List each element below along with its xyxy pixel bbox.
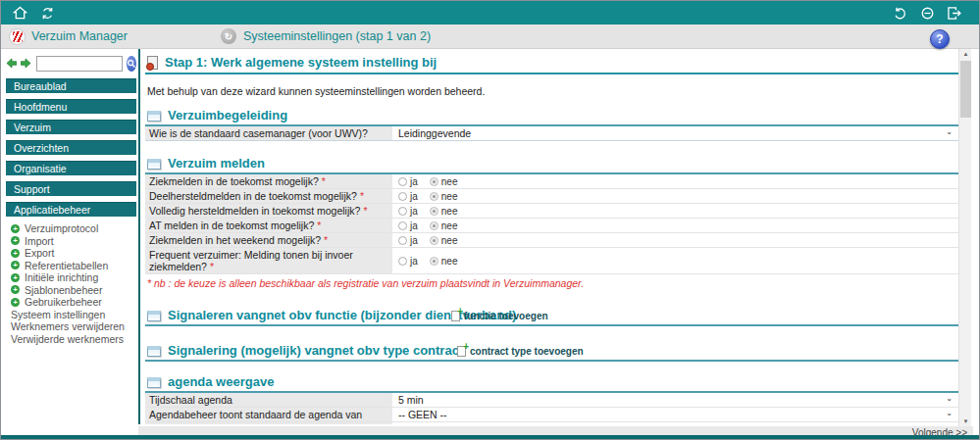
forward-arrow-icon[interactable] [20, 55, 31, 73]
scroll-down-icon[interactable]: ▼ [959, 416, 972, 426]
radio-option-ja[interactable]: ja [398, 176, 418, 187]
radio-icon[interactable] [398, 177, 407, 186]
radio-icon[interactable] [430, 177, 438, 186]
radio-option-nee[interactable]: nee [430, 220, 458, 231]
radio-label: nee [441, 206, 458, 217]
sidebar-item-bureaublad[interactable]: Bureaublad [6, 78, 136, 93]
tijdschaal-select[interactable]: 5 min ⌄ [392, 393, 958, 407]
radio-icon[interactable] [430, 192, 438, 201]
form-row-question: Ziekmelden in de toekomst mogelijk?* ja … [145, 174, 958, 189]
sidebar-nav [6, 53, 135, 74]
radio-option-ja[interactable]: ja [398, 206, 418, 217]
form-row-question: Deelhersteldmelden in de toekomst mogeli… [145, 189, 958, 204]
section-title: Signalering (mogelijk) vangnet obv type … [168, 343, 463, 358]
sub-item-label: Gebruikerbeheer [25, 296, 102, 308]
required-asterisk: * [324, 234, 328, 246]
sidebar-item-referentietabellen[interactable]: +Referentietabellen [1, 260, 138, 272]
sidebar-item-werknemers-verwijderen[interactable]: Werknemers verwijderen [1, 320, 138, 333]
radio-option-ja[interactable]: ja [398, 191, 418, 202]
logout-icon[interactable] [916, 4, 938, 22]
vertical-scrollbar[interactable]: ▲ ▼ [958, 49, 971, 426]
sidebar-item-applicatiebeheer[interactable]: Applicatiebeheer [6, 202, 136, 217]
sidebar-item-support[interactable]: Support [6, 181, 136, 196]
radio-label: nee [441, 256, 458, 267]
radio-group: aan uit [392, 422, 958, 424]
exit-icon[interactable] [944, 4, 965, 22]
radio-icon[interactable] [398, 192, 407, 201]
question-text: Ziekmelden in de toekomst mogelijk? [149, 175, 319, 187]
sidebar-item-import[interactable]: +Import [1, 235, 138, 248]
window-icon [147, 311, 161, 321]
section-header: Verzuimbegeleiding [145, 108, 958, 126]
page-title-group: ↻ Systeeminstellingen (stap 1 van 2) [221, 28, 431, 44]
radio-label: ja [410, 191, 418, 202]
radio-option-nee[interactable]: nee [430, 206, 458, 217]
chevron-down-icon[interactable]: ⌄ [946, 127, 953, 136]
plus-circle-icon: + [11, 285, 20, 294]
sidebar-item-overzichten[interactable]: Overzichten [6, 140, 136, 155]
radio-icon[interactable] [398, 207, 407, 216]
sidebar-item-hoofdmenu[interactable]: Hoofdmenu [6, 99, 136, 114]
scrollbar-thumb[interactable] [960, 61, 971, 118]
radio-option-ja[interactable]: ja [398, 256, 418, 267]
question-text: Ziekmelden in het weekend mogelijk? [149, 234, 321, 246]
add-functie-link[interactable]: functie toevoegen [451, 311, 548, 321]
required-asterisk: * [322, 175, 326, 187]
help-button[interactable]: ? [930, 29, 950, 49]
radio-option-aan[interactable]: aan [398, 424, 427, 425]
sidebar-item-verzuimprotocol[interactable]: +Verzuimprotocol [1, 222, 138, 235]
sidebar-item-gebruikerbeheer[interactable]: +Gebruikerbeheer [1, 296, 138, 309]
radio-option-nee[interactable]: nee [430, 191, 458, 202]
required-asterisk: * [363, 205, 367, 217]
radio-icon[interactable] [398, 236, 407, 245]
bottom-accent-bar [1, 435, 979, 439]
section-signalering-contract: Signalering (mogelijk) vangnet obv type … [145, 343, 958, 362]
plus-circle-icon: + [11, 273, 20, 282]
radio-option-ja[interactable]: ja [398, 220, 418, 231]
radio-option-nee[interactable]: nee [430, 176, 458, 187]
radio-option-uit[interactable]: uit [438, 424, 461, 425]
radio-icon[interactable] [430, 221, 438, 230]
sidebar-item-verzuim[interactable]: Verzuim [6, 120, 136, 134]
sidebar-item-export[interactable]: +Export [1, 247, 138, 260]
section-signaleren-functie: Signaleren vangnet obv functie (bijzonde… [145, 308, 958, 326]
section-agenda-weergave: agenda weergave Tijdschaal agenda 5 min … [145, 374, 958, 424]
sidebar-item-initiele-inrichting[interactable]: +Initiële inrichting [1, 271, 138, 284]
row-label: Ziekmelden in het weekend mogelijk?* [145, 233, 392, 247]
sidebar-item-sjablonenbeheer[interactable]: +Sjablonenbeheer [1, 284, 138, 297]
sidebar-item-organisatie[interactable]: Organisatie [6, 161, 136, 175]
chevron-down-icon[interactable]: ⌄ [946, 394, 953, 403]
agendabeheer-select[interactable]: -- GEEN -- ⌄ [392, 408, 958, 421]
search-input[interactable] [36, 56, 123, 72]
undo-icon[interactable] [889, 4, 910, 22]
radio-option-ja[interactable]: ja [398, 235, 418, 246]
form-row-question: Frequent verzuimer: Melding tonen bij in… [145, 248, 958, 274]
radio-icon[interactable] [430, 236, 438, 245]
sub-item-label: Export [25, 247, 54, 259]
radio-option-nee[interactable]: nee [430, 235, 458, 246]
radio-icon[interactable] [398, 257, 407, 266]
sidebar-item-systeem-instellingen[interactable]: Systeem instellingen [1, 309, 138, 321]
back-arrow-icon[interactable] [6, 55, 18, 73]
plus-circle-icon: + [11, 236, 20, 245]
section-header: Signaleren vangnet obv functie (bijzonde… [145, 308, 958, 326]
radio-option-nee[interactable]: nee [430, 256, 458, 267]
home-icon[interactable] [9, 4, 30, 22]
window-icon [147, 159, 161, 170]
scroll-up-icon[interactable]: ▲ [959, 49, 972, 59]
step-document-icon [147, 56, 158, 70]
search-icon[interactable] [127, 56, 136, 72]
row-label: Ziekmelden in de toekomst mogelijk?* [145, 174, 392, 188]
form-row-question: Ziekmelden in het weekend mogelijk?* ja … [145, 233, 958, 248]
radio-icon[interactable] [430, 207, 438, 216]
casemanager-select[interactable]: Leidinggevende ⌄ [392, 126, 958, 140]
radio-icon[interactable] [398, 221, 407, 230]
sidebar-item-verwijderde-werknemers[interactable]: Verwijderde werknemers [1, 333, 138, 346]
row-label: Agendabeheer toont standaard de agenda v… [145, 408, 392, 421]
add-contract-type-link[interactable]: contract type toevoegen [457, 346, 584, 357]
radio-icon[interactable] [430, 257, 438, 266]
step-title: Stap 1: Werk algemene systeem instelling… [165, 55, 437, 70]
sync-icon[interactable] [36, 4, 58, 22]
sub-item-label: Referentietabellen [25, 260, 108, 271]
chevron-down-icon[interactable]: ⌄ [946, 409, 953, 417]
